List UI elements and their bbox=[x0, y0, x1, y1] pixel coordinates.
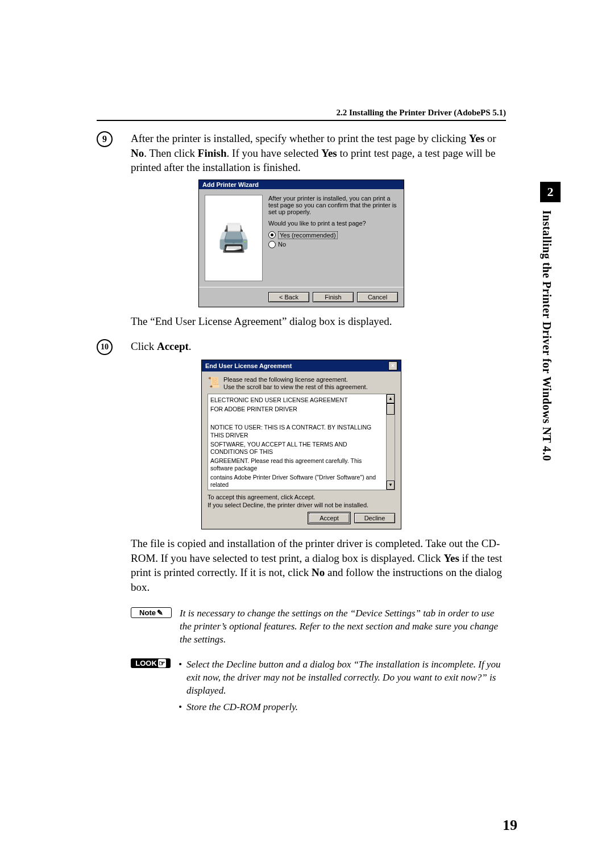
look-item: Store the CD-ROM properly. bbox=[179, 701, 506, 714]
cancel-button[interactable]: Cancel bbox=[357, 292, 398, 302]
dialog-titlebar: Add Printer Wizard bbox=[199, 180, 404, 189]
eula-instruction: Use the scroll bar to view the rest of t… bbox=[223, 383, 368, 391]
dialog-title: End User License Agreement bbox=[205, 362, 292, 369]
eula-line: contains Adobe Printer Driver Software (… bbox=[210, 474, 385, 489]
chapter-title-vertical: Installing the Printer Driver for Window… bbox=[540, 210, 553, 461]
eula-line: SOFTWARE, YOU ACCEPT ALL THE TERMS AND C… bbox=[210, 441, 385, 456]
post-eula-text: The file is copied and installation of t… bbox=[131, 536, 506, 595]
step10-frag: Click bbox=[131, 340, 157, 352]
eula-instruction: Please read the following license agreem… bbox=[223, 376, 368, 384]
step10-text: Click Accept. bbox=[131, 339, 192, 354]
step9-no: No bbox=[131, 147, 144, 159]
step9-frag: . Then click bbox=[144, 147, 198, 159]
accept-button[interactable]: Accept bbox=[309, 513, 350, 523]
step-number-circle: 9 bbox=[97, 131, 113, 147]
scrollbar[interactable]: ▲ ▼ bbox=[386, 394, 395, 490]
step9-finish: Finish bbox=[198, 147, 227, 159]
note-badge: Note✎ bbox=[131, 607, 172, 618]
wizard-question: Would you like to print a test page? bbox=[268, 220, 398, 227]
add-printer-wizard-dialog: Add Printer Wizard 🖨️ After your printer… bbox=[198, 180, 404, 307]
step9-yes2: Yes bbox=[321, 147, 337, 159]
dialog-titlebar: End User License Agreement × bbox=[202, 360, 401, 372]
note-text: It is necessary to change the settings o… bbox=[180, 607, 506, 646]
eula-line: FOR ADOBE PRINTER DRIVER bbox=[210, 406, 385, 413]
look-item: Select the Decline button and a dialog b… bbox=[179, 658, 506, 698]
eula-footer: If you select Decline, the printer drive… bbox=[208, 502, 395, 508]
step9-followup: The “End User License Agreement” dialog … bbox=[131, 314, 392, 329]
post-eula-no: No bbox=[312, 566, 325, 578]
eula-line: ELECTRONIC END USER LICENSE AGREEMENT bbox=[210, 397, 385, 404]
radio-yes-row[interactable]: Yes (recommended) bbox=[268, 231, 398, 239]
chapter-number-tab: 2 bbox=[540, 182, 561, 202]
step10-frag: . bbox=[189, 340, 192, 352]
step9-yes: Yes bbox=[469, 132, 484, 144]
step9-frag: After the printer is installed, specify … bbox=[131, 132, 469, 144]
header-rule bbox=[97, 120, 506, 121]
radio-no-label: No bbox=[278, 241, 286, 248]
eula-footer: To accept this agreement, click Accept. bbox=[208, 494, 395, 500]
scroll-thumb[interactable] bbox=[387, 403, 395, 415]
eula-line: NOTICE TO USER: THIS IS A CONTRACT. BY I… bbox=[210, 424, 385, 439]
step9-frag: or bbox=[484, 132, 496, 144]
eula-line: AGREEMENT. Please read this agreement ca… bbox=[210, 457, 385, 472]
scroll-up-icon[interactable]: ▲ bbox=[387, 394, 395, 403]
step-number-circle: 10 bbox=[97, 339, 113, 355]
close-icon[interactable]: × bbox=[388, 361, 397, 370]
step-number-9: 9 bbox=[97, 131, 131, 147]
radio-yes[interactable] bbox=[268, 231, 276, 239]
dialog-title: Add Printer Wizard bbox=[202, 181, 259, 188]
finish-button[interactable]: Finish bbox=[313, 292, 354, 302]
back-button[interactable]: < Back bbox=[268, 292, 309, 302]
look-badge: LOOK☞ bbox=[131, 658, 171, 668]
wizard-message: After your printer is installed, you can… bbox=[268, 195, 398, 215]
decline-button[interactable]: Decline bbox=[354, 513, 395, 523]
radio-yes-label: Yes (recommended) bbox=[278, 231, 338, 239]
radio-no-row[interactable]: No bbox=[268, 241, 398, 248]
hand-point-icon: ☞ bbox=[158, 659, 166, 667]
eula-dialog: End User License Agreement × 📜 Please re… bbox=[201, 360, 401, 530]
look-label-text: LOOK bbox=[135, 659, 157, 667]
scroll-down-icon[interactable]: ▼ bbox=[387, 481, 395, 490]
document-icon: 📜 bbox=[208, 376, 220, 389]
section-header: 2.2 Installing the Printer Driver (Adobe… bbox=[97, 108, 506, 120]
look-list: Select the Decline button and a dialog b… bbox=[179, 658, 506, 717]
page-number: 19 bbox=[503, 817, 517, 834]
step-number-10: 10 bbox=[97, 339, 131, 355]
step9-text: After the printer is installed, specify … bbox=[131, 131, 506, 175]
wizard-illustration: 🖨️ bbox=[205, 195, 263, 281]
pencil-icon: ✎ bbox=[157, 608, 163, 617]
note-label-text: Note bbox=[139, 608, 156, 617]
post-eula-yes: Yes bbox=[443, 552, 459, 564]
step9-frag: . If you have selected bbox=[227, 147, 322, 159]
radio-no[interactable] bbox=[268, 241, 276, 248]
step10-accept: Accept bbox=[157, 340, 189, 352]
eula-text-area[interactable]: ELECTRONIC END USER LICENSE AGREEMENT FO… bbox=[208, 394, 395, 490]
